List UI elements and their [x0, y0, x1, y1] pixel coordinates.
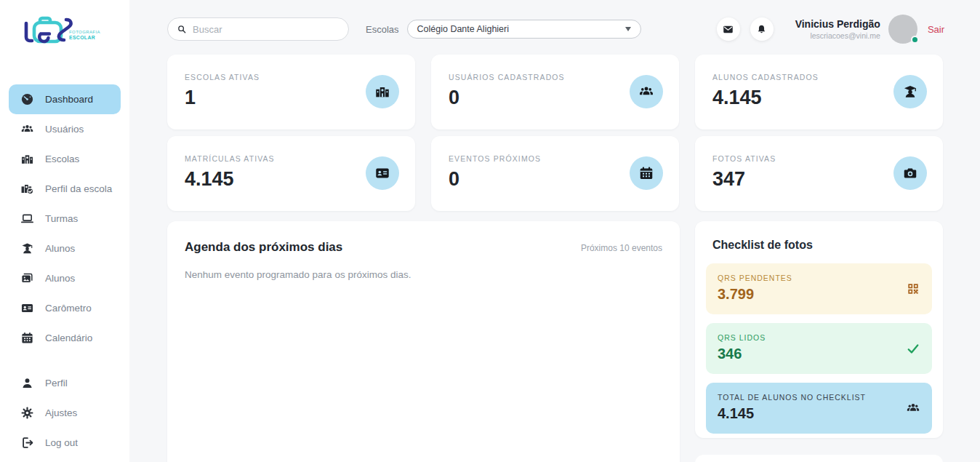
user-email: lescriacoes@vini.me — [795, 31, 880, 40]
sidebar-footer: Perfil — [0, 368, 129, 458]
sidebar: FOTOGRAFIA ESCOLAR Dashboard Usuários Es… — [0, 0, 129, 462]
notifications-button[interactable] — [750, 17, 774, 41]
sidebar-item-label: Perfil da escola — [45, 183, 112, 194]
sidebar-item-label: Alunos — [45, 273, 75, 284]
id-card-icon — [20, 301, 34, 315]
search-box — [167, 17, 349, 41]
checklist-item-total-alunos: TOTAL DE ALUNOS NO CHECKLIST 4.145 — [706, 383, 932, 434]
agenda-header: Agenda dos próximos dias Próximos 10 eve… — [185, 240, 662, 255]
sidebar-item-logout[interactable]: Log out — [9, 428, 121, 458]
sidebar-item-usuarios[interactable]: Usuários — [9, 114, 121, 144]
main-content: Escolas Colégio Dante Alighieri Vinicius… — [129, 0, 980, 462]
sidebar-item-ajustes[interactable]: Ajustes — [9, 398, 121, 428]
sidebar-item-alunos-fotos[interactable]: Alunos — [9, 263, 121, 293]
graduate-icon — [893, 75, 927, 108]
sidebar-item-label: Carômetro — [45, 303, 92, 314]
school-select-value: Colégio Dante Alighieri — [417, 24, 509, 34]
sidebar-item-label: Perfil — [45, 378, 68, 389]
envelope-icon — [723, 24, 734, 35]
school-icon — [366, 75, 399, 108]
calendar-icon — [630, 156, 663, 190]
photos-icon — [20, 271, 34, 285]
check-icon — [906, 341, 920, 356]
checklist-item-value: 4.145 — [718, 405, 920, 422]
id-card-icon — [366, 156, 399, 190]
calendar-icon — [20, 331, 34, 345]
camera-icon — [893, 156, 927, 190]
sidebar-item-label: Ajustes — [45, 407, 77, 418]
sidebar-item-turmas[interactable]: Turmas — [9, 204, 121, 234]
sidebar-item-dashboard[interactable]: Dashboard — [9, 84, 121, 114]
stat-label: MATRÍCULAS ATIVAS — [185, 154, 398, 163]
search-icon — [177, 24, 187, 34]
stat-label: FOTOS ATIVAS — [712, 154, 925, 163]
users-icon — [630, 75, 663, 108]
sidebar-item-escolas[interactable]: Escolas — [9, 144, 121, 174]
school-filter: Escolas Colégio Dante Alighieri — [366, 17, 641, 41]
bell-icon — [756, 24, 767, 35]
checklist-item-label: TOTAL DE ALUNOS NO CHECKLIST — [718, 393, 920, 402]
sidebar-item-label: Calendário — [45, 332, 92, 343]
agenda-card: Agenda dos próximos dias Próximos 10 eve… — [167, 221, 680, 462]
sidebar-item-perfil[interactable]: Perfil — [9, 368, 121, 398]
sidebar-item-carometro[interactable]: Carômetro — [9, 293, 121, 323]
person-icon — [20, 376, 34, 390]
sidebar-item-alunos[interactable]: Alunos — [9, 234, 121, 263]
school-filter-label: Escolas — [366, 24, 399, 35]
sidebar-item-perfil-da-escola[interactable]: Perfil da escola — [9, 174, 121, 204]
sidebar-item-label: Usuários — [45, 124, 84, 135]
stat-card-escolas-ativas: ESCOLAS ATIVAS 1 — [167, 55, 415, 130]
gear-icon — [20, 406, 34, 420]
laptop-icon — [20, 212, 34, 226]
logout-link[interactable]: Sair — [928, 24, 944, 35]
sidebar-item-label: Dashboard — [45, 94, 93, 105]
checklist-item-label: QRS PENDENTES — [718, 274, 920, 282]
user-block: Vinicius Perdigão lescriacoes@vini.me — [795, 18, 880, 40]
brand-tagline-2: ESCOLAR — [69, 35, 95, 40]
sidebar-item-label: Turmas — [45, 213, 78, 224]
sidebar-nav: Dashboard Usuários Escolas Perfil da esc… — [0, 84, 129, 458]
messages-button[interactable] — [717, 17, 740, 41]
user-name: Vinicius Perdigão — [795, 18, 880, 30]
next-card-peek — [695, 455, 943, 462]
qr-code-icon — [906, 282, 920, 296]
school-icon — [20, 152, 34, 166]
stat-card-eventos-proximos: EVENTOS PRÓXIMOS 0 — [431, 136, 679, 211]
agenda-title: Agenda dos próximos dias — [185, 240, 342, 255]
sidebar-item-label: Alunos — [45, 243, 75, 254]
search-input[interactable] — [193, 24, 340, 35]
checklist-item-qrs-pendentes: QRS PENDENTES 3.799 — [706, 263, 932, 314]
stat-card-alunos-cadastrados: ALUNOS CADASTRADOS 4.145 — [695, 55, 943, 130]
brand-logo: FOTOGRAFIA ESCOLAR — [20, 15, 102, 57]
topbar-right: Vinicius Perdigão lescriacoes@vini.me Sa… — [717, 15, 944, 44]
sidebar-item-calendario[interactable]: Calendário — [9, 323, 121, 353]
users-icon — [906, 401, 920, 415]
checklist-item-qrs-lidos: QRS LIDOS 346 — [706, 323, 932, 374]
stats-grid: ESCOLAS ATIVAS 1 USUÁRIOS CADASTRADOS 0 … — [167, 55, 943, 211]
stat-card-usuarios-cadastrados: USUÁRIOS CADASTRADOS 0 — [431, 55, 679, 130]
sidebar-item-label: Escolas — [45, 154, 79, 164]
graduate-icon — [20, 242, 34, 255]
school-check-icon — [20, 182, 34, 196]
dropdown-arrow-icon — [625, 27, 631, 31]
checklist-item-value: 3.799 — [718, 286, 920, 303]
stat-label: ESCOLAS ATIVAS — [185, 73, 398, 81]
avatar[interactable] — [888, 15, 917, 44]
checklist-title: Checklist de fotos — [712, 239, 932, 252]
brand-tagline-1: FOTOGRAFIA — [69, 30, 100, 34]
school-select[interactable]: Colégio Dante Alighieri — [407, 20, 641, 39]
stat-card-fotos-ativas: FOTOS ATIVAS 347 — [695, 136, 943, 211]
checklist-card: Checklist de fotos QRS PENDENTES 3.799 Q… — [695, 221, 943, 438]
stat-label: USUÁRIOS CADASTRADOS — [449, 73, 662, 81]
stat-card-matriculas-ativas: MATRÍCULAS ATIVAS 4.145 — [167, 136, 415, 211]
logout-icon — [20, 436, 34, 450]
sidebar-item-label: Log out — [45, 437, 78, 448]
users-icon — [20, 122, 34, 136]
stat-label: EVENTOS PRÓXIMOS — [449, 154, 662, 163]
agenda-empty-message: Nenhum evento programado para os próximo… — [185, 269, 662, 280]
stat-label: ALUNOS CADASTRADOS — [712, 73, 925, 81]
checklist-item-label: QRS LIDOS — [718, 333, 920, 342]
checklist-item-value: 346 — [718, 346, 920, 362]
agenda-events-hint: Próximos 10 eventos — [581, 243, 662, 253]
online-status-dot — [911, 36, 919, 44]
